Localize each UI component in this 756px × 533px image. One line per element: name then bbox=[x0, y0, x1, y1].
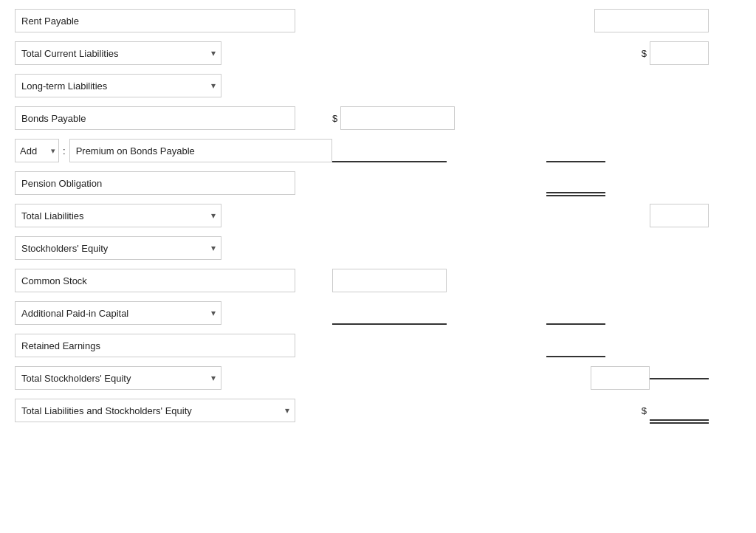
total-liabilities-dropdown-wrapper: Total Liabilities bbox=[15, 204, 221, 227]
additional-paid-dropdown-wrapper: Additional Paid-in Capital bbox=[15, 301, 221, 325]
additional-paid-right-amount[interactable] bbox=[546, 301, 605, 325]
total-liabilities-dropdown[interactable]: Total Liabilities bbox=[15, 204, 221, 227]
pension-obligation-right bbox=[546, 170, 709, 196]
stockholders-equity-left: Stockholders' Equity bbox=[15, 236, 332, 260]
premium-bonds-mid bbox=[332, 139, 546, 162]
common-stock-left bbox=[15, 269, 332, 292]
total-stockholders-amount[interactable] bbox=[591, 366, 650, 390]
total-liabilities-equity-dollar: $ bbox=[642, 405, 647, 416]
total-liabilities-equity-right: $ bbox=[546, 397, 709, 424]
premium-bonds-label-input[interactable] bbox=[69, 139, 332, 162]
rent-payable-amount-input[interactable] bbox=[594, 9, 709, 32]
additional-paid-right bbox=[546, 301, 709, 325]
long-term-liabilities-row: Long-term Liabilities bbox=[15, 72, 741, 99]
premium-bonds-row: Add Less : bbox=[15, 137, 741, 164]
rent-payable-input[interactable] bbox=[15, 9, 295, 32]
total-liabilities-amount[interactable] bbox=[650, 204, 709, 227]
stockholders-equity-dropdown-wrapper: Stockholders' Equity bbox=[15, 236, 221, 260]
total-liabilities-equity-dropdown[interactable]: Total Liabilities and Stockholders' Equi… bbox=[15, 399, 295, 422]
bonds-payable-mid: $ bbox=[332, 106, 546, 130]
stockholders-equity-dropdown[interactable]: Stockholders' Equity bbox=[15, 236, 221, 260]
stockholders-equity-row: Stockholders' Equity bbox=[15, 235, 741, 261]
long-term-liabilities-left: Long-term Liabilities bbox=[15, 74, 332, 97]
total-liabilities-row: Total Liabilities bbox=[15, 202, 741, 229]
rent-payable-left bbox=[15, 9, 332, 32]
additional-paid-mid bbox=[332, 301, 546, 325]
total-stockholders-dropdown[interactable]: Total Stockholders' Equity bbox=[15, 366, 221, 390]
total-liabilities-equity-amount[interactable] bbox=[650, 397, 709, 421]
pension-obligation-input[interactable] bbox=[15, 171, 295, 195]
total-liabilities-equity-row: Total Liabilities and Stockholders' Equi… bbox=[15, 397, 741, 424]
pension-obligation-left bbox=[15, 171, 332, 195]
common-stock-amount[interactable] bbox=[332, 269, 447, 292]
bonds-payable-dollar: $ bbox=[332, 113, 337, 124]
premium-bonds-left: Add Less : bbox=[15, 139, 332, 162]
retained-earnings-row bbox=[15, 332, 741, 359]
total-stockholders-equity-row: Total Stockholders' Equity bbox=[15, 365, 741, 391]
retained-earnings-right bbox=[546, 334, 709, 357]
bonds-payable-amount[interactable] bbox=[340, 106, 455, 130]
colon-separator: : bbox=[63, 145, 66, 157]
rent-payable-row bbox=[15, 7, 741, 34]
common-stock-input[interactable] bbox=[15, 269, 295, 292]
total-liabilities-left: Total Liabilities bbox=[15, 204, 332, 227]
total-stockholders-left: Total Stockholders' Equity bbox=[15, 366, 332, 390]
additional-paid-mid-amount[interactable] bbox=[332, 301, 447, 325]
pension-obligation-row bbox=[15, 170, 741, 196]
long-term-liabilities-dropdown[interactable]: Long-term Liabilities bbox=[15, 74, 221, 97]
additional-paid-left: Additional Paid-in Capital bbox=[15, 301, 332, 325]
bonds-payable-input[interactable] bbox=[15, 106, 295, 130]
total-stockholders-dropdown-wrapper: Total Stockholders' Equity bbox=[15, 366, 221, 390]
additional-paid-dropdown[interactable]: Additional Paid-in Capital bbox=[15, 301, 221, 325]
total-current-liabilities-dollar: $ bbox=[642, 48, 647, 59]
retained-earnings-left bbox=[15, 334, 332, 357]
additional-paid-in-capital-row: Additional Paid-in Capital bbox=[15, 300, 741, 326]
rent-payable-right bbox=[546, 9, 709, 32]
retained-earnings-amount[interactable] bbox=[546, 334, 605, 357]
bonds-payable-row: $ bbox=[15, 105, 741, 131]
total-current-liabilities-right: $ bbox=[546, 41, 709, 65]
bonds-payable-left bbox=[15, 106, 332, 130]
premium-bonds-right-amount[interactable] bbox=[546, 139, 605, 162]
total-liabilities-equity-dropdown-wrapper: Total Liabilities and Stockholders' Equi… bbox=[15, 399, 295, 422]
total-current-liabilities-amount[interactable] bbox=[650, 41, 709, 65]
total-stockholders-right bbox=[546, 366, 709, 390]
common-stock-row bbox=[15, 267, 741, 294]
long-term-liabilities-dropdown-wrapper: Long-term Liabilities bbox=[15, 74, 221, 97]
add-dropdown-wrapper: Add Less bbox=[15, 139, 59, 162]
total-current-liabilities-left: Total Current Liabilities bbox=[15, 41, 332, 65]
premium-bonds-mid-amount[interactable] bbox=[332, 139, 447, 162]
total-current-liabilities-dropdown[interactable]: Total Current Liabilities bbox=[15, 41, 221, 65]
premium-bonds-right bbox=[546, 139, 709, 162]
retained-earnings-input[interactable] bbox=[15, 334, 295, 357]
total-liabilities-right bbox=[546, 204, 709, 227]
total-liabilities-equity-left: Total Liabilities and Stockholders' Equi… bbox=[15, 399, 332, 422]
total-current-liabilities-dropdown-wrapper: Total Current Liabilities bbox=[15, 41, 221, 65]
common-stock-mid bbox=[332, 269, 546, 292]
add-less-dropdown[interactable]: Add Less bbox=[15, 139, 59, 162]
pension-obligation-amount[interactable] bbox=[546, 170, 605, 193]
total-current-liabilities-row: Total Current Liabilities $ bbox=[15, 40, 741, 66]
